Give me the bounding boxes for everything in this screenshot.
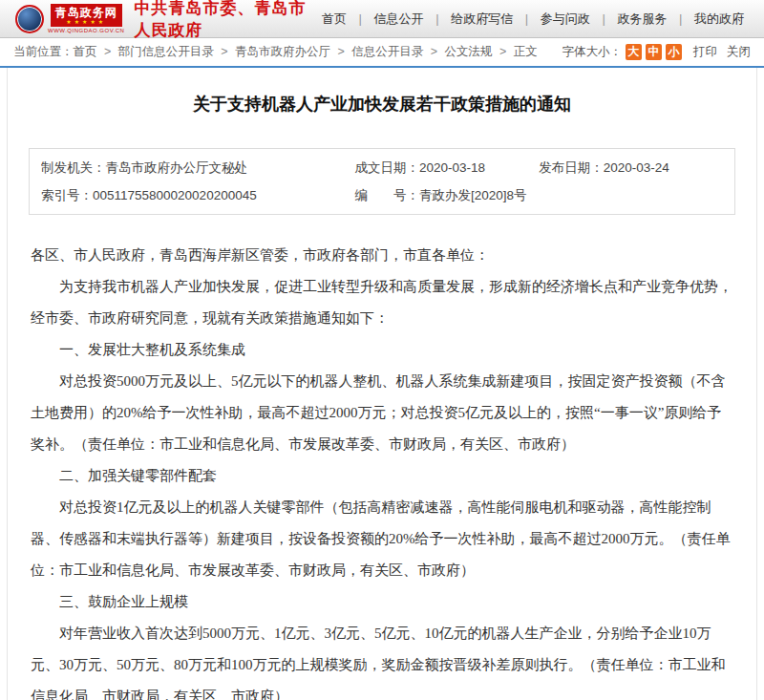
top-nav-item[interactable]: 信息公开 — [374, 11, 424, 26]
font-size-button[interactable]: 中 — [646, 44, 662, 60]
font-size-label: 字体大小： — [562, 44, 623, 60]
nav-separator: | — [675, 11, 686, 26]
logo-stars-icon: ★★★★★ — [66, 19, 106, 25]
meta-index: 索引号：00511755800020020200045 — [41, 185, 354, 206]
meta-issuer-value: 青岛市政府办公厅文秘处 — [106, 160, 248, 175]
page-tools: 字体大小： 大中小 打印 关闭 — [562, 44, 752, 60]
breadcrumb-separator: > — [497, 45, 510, 58]
paragraph: 对总投资5000万元及以上、5亿元以下的机器人整机、机器人系统集成新建项目，按固… — [31, 366, 733, 460]
top-nav: 首页 | 信息公开 | 给政府写信 | 参与问政 | 政务服务 | 我的政府 — [313, 11, 753, 28]
breadcrumb-link[interactable]: 公文法规 — [445, 45, 493, 58]
top-nav-item[interactable]: 首页 — [322, 11, 347, 26]
breadcrumb-separator: > — [101, 45, 115, 58]
breadcrumb-label: 当前位置： — [13, 45, 74, 58]
site-url-text: WWW.QINGDAO.GOV.CN — [48, 28, 124, 33]
meta-number-label: 编 号： — [354, 188, 419, 202]
breadcrumb: 当前位置：首页 > 部门信息公开目录 > 青岛市政府办公厅 > 信息公开目录 >… — [13, 44, 538, 60]
close-button[interactable]: 关闭 — [727, 44, 751, 60]
print-button[interactable]: 打印 — [693, 44, 717, 60]
nav-separator: | — [521, 11, 532, 26]
paragraph: 为支持我市机器人产业加快发展，促进工业转型升级和高质量发展，形成新的经济增长点和… — [31, 271, 733, 334]
nav-separator: | — [599, 11, 609, 26]
breadcrumb-link[interactable]: 部门信息公开目录 — [118, 45, 214, 58]
meta-index-label: 索引号： — [41, 188, 93, 202]
section-heading: 三、鼓励企业上规模 — [31, 586, 733, 618]
globe-logo-icon — [15, 5, 44, 33]
breadcrumb-separator: > — [218, 45, 231, 58]
section-heading: 二、加强关键零部件配套 — [31, 460, 733, 492]
nav-separator: | — [433, 11, 443, 26]
content-box: 关于支持机器人产业加快发展若干政策措施的通知 制发机关：青岛市政府办公厅文秘处 … — [7, 68, 757, 700]
top-nav-item[interactable]: 参与问政 — [541, 11, 590, 26]
breadcrumb-link[interactable]: 信息公开目录 — [351, 45, 423, 58]
paragraph: 对年营业收入首次达到5000万元、1亿元、3亿元、5亿元、10亿元的机器人生产企… — [31, 618, 733, 700]
breadcrumb-items: 首页 > 部门信息公开目录 > 青岛市政府办公厅 > 信息公开目录 > 公文法规… — [74, 45, 538, 58]
content-wrapper: 关于支持机器人产业加快发展若干政策措施的通知 制发机关：青岛市政府办公厅文秘处 … — [0, 66, 764, 700]
font-size-button[interactable]: 小 — [666, 44, 682, 60]
section-heading: 一、发展壮大整机及系统集成 — [31, 334, 733, 366]
breadcrumb-separator: > — [427, 45, 440, 58]
meta-doc-date-label: 成文日期： — [354, 160, 419, 175]
paragraph: 各区、市人民政府，青岛西海岸新区管委，市政府各部门，市直各单位： — [31, 240, 733, 271]
breadcrumb-bar: 当前位置：首页 > 部门信息公开目录 > 青岛市政府办公厅 > 信息公开目录 >… — [0, 38, 764, 66]
site-logo[interactable]: 青岛政务网 ★★★★★ WWW.QINGDAO.GOV.CN 中共青岛市委、青岛… — [15, 0, 313, 41]
top-nav-item[interactable]: 政务服务 — [617, 11, 667, 26]
site-header: 青岛政务网 ★★★★★ WWW.QINGDAO.GOV.CN 中共青岛市委、青岛… — [0, 0, 764, 38]
meta-issuer-label: 制发机关： — [41, 160, 106, 175]
breadcrumb-separator: > — [334, 45, 348, 58]
meta-number: 编 号：青政办发[2020]8号 — [354, 185, 723, 206]
logo-text-block: 青岛政务网 ★★★★★ WWW.QINGDAO.GOV.CN — [48, 4, 124, 33]
org-title: 中共青岛市委、青岛市人民政府 — [134, 0, 313, 41]
meta-index-value: 00511755800020020200045 — [93, 188, 257, 202]
breadcrumb-current: 正文 — [514, 45, 538, 58]
page-title: 关于支持机器人产业加快发展若干政策措施的通知 — [29, 93, 735, 116]
meta-doc-date: 成文日期：2020-03-18 — [354, 158, 539, 179]
meta-pub-date: 发布日期：2020-03-24 — [539, 158, 723, 179]
nav-separator: | — [355, 11, 366, 26]
paragraph: 对总投资1亿元及以上的机器人关键零部件（包括高精密减速器，高性能伺服电机和驱动器… — [31, 492, 733, 586]
breadcrumb-link[interactable]: 首页 — [74, 45, 97, 58]
breadcrumb-link[interactable]: 青岛市政府办公厅 — [235, 45, 330, 58]
top-nav-item[interactable]: 给政府写信 — [451, 11, 513, 26]
font-size-button[interactable]: 大 — [626, 44, 642, 60]
font-size-buttons: 大中小 — [624, 44, 684, 60]
doc-meta-table: 制发机关：青岛市政府办公厅文秘处 成文日期：2020-03-18 发布日期：20… — [29, 148, 735, 215]
top-nav-item[interactable]: 我的政府 — [694, 11, 744, 26]
meta-number-value: 青政办发[2020]8号 — [419, 188, 527, 202]
site-name: 青岛政务网 — [55, 7, 117, 18]
meta-doc-date-value: 2020-03-18 — [419, 160, 485, 175]
meta-pub-date-value: 2020-03-24 — [604, 160, 669, 175]
meta-pub-date-label: 发布日期： — [539, 160, 604, 175]
article-body: 各区、市人民政府，青岛西海岸新区管委，市政府各部门，市直各单位：为支持我市机器人… — [29, 238, 735, 700]
meta-issuer: 制发机关：青岛市政府办公厅文秘处 — [41, 158, 354, 179]
logo-red-box: 青岛政务网 ★★★★★ — [51, 4, 122, 27]
